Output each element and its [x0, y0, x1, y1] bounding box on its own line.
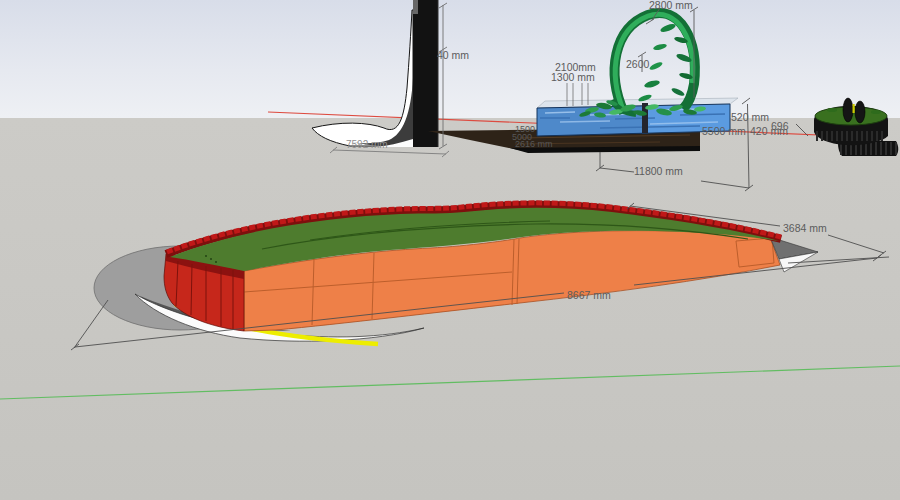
mound-plant-left — [843, 98, 853, 122]
dim-label-row-length[interactable]: 11800 mm — [634, 166, 683, 177]
mound-plant-right — [855, 101, 865, 123]
mound-yellow-accent — [853, 104, 855, 113]
tower-swoosh-white — [312, 10, 413, 146]
dim-label-platform-length[interactable]: 8667 mm — [567, 290, 611, 301]
green-axis-line — [0, 366, 900, 399]
mound-tuft-left — [827, 108, 837, 112]
organic-platform-model[interactable] — [94, 203, 818, 344]
scene-canvas — [0, 0, 900, 500]
dim-label-tower-height[interactable]: 40 mm — [437, 50, 469, 61]
dim-label-mound[interactable]: 696 — [771, 121, 789, 132]
3d-viewport[interactable]: 40 mm 7592 mm 2800 mm 2600 2100mm 1300 m… — [0, 0, 900, 500]
curved-tower-model[interactable] — [312, 0, 438, 147]
dim-label-arch-total[interactable]: 2800 mm — [649, 0, 693, 11]
dim-label-tower-base[interactable]: 7592 mm — [346, 140, 388, 151]
dim-label-planter-length[interactable]: 5500 mm — [702, 126, 746, 137]
tower-column — [413, 0, 438, 147]
dim-label-planter-depth[interactable]: 520 mm — [731, 112, 769, 123]
tower-column-highlight — [413, 0, 418, 14]
dim-tower-height-line — [439, 3, 447, 149]
dim-label-platform-width[interactable]: 3684 mm — [783, 223, 827, 234]
dim-label-arch-height[interactable]: 2600 — [626, 59, 649, 70]
rock-mound-model[interactable] — [814, 98, 898, 156]
dim-label-planter-h2[interactable]: 1300 mm — [551, 72, 595, 83]
dim-label-base-c[interactable]: 2616 mm — [515, 140, 553, 149]
mound-tuft-right — [871, 110, 881, 114]
